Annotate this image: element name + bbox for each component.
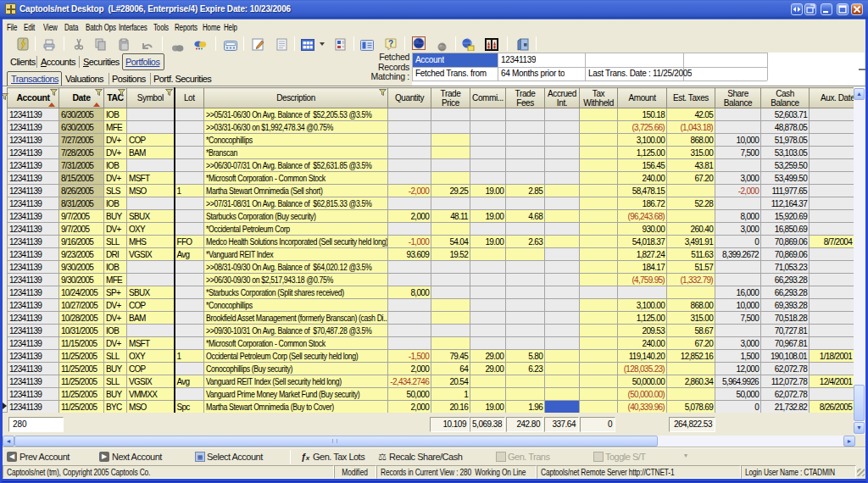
svg-text:?: ? (388, 39, 393, 48)
